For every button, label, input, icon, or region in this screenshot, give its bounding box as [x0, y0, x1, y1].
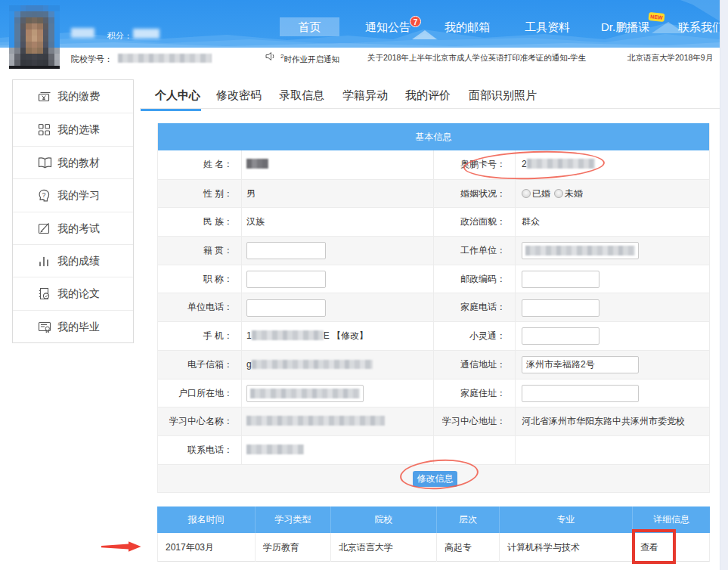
svg-text:?: ? [42, 191, 45, 199]
